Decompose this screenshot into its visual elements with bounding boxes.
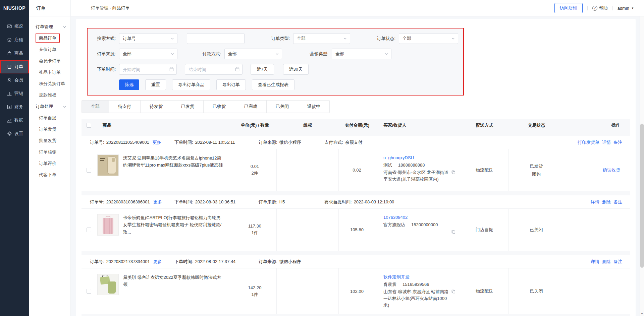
- marketing-type-select[interactable]: 全部: [332, 49, 391, 59]
- visit-shop-button[interactable]: 访问店铺: [554, 3, 583, 13]
- buyer-link[interactable]: 1076308402: [383, 215, 408, 220]
- tab-refunding[interactable]: 退款中: [298, 101, 329, 113]
- last-30-days-button[interactable]: 近30天: [283, 64, 309, 75]
- copy-address-icon[interactable]: [451, 289, 456, 294]
- order-group: 订单号: 202208021721381001 更多 下单时间: 2022-08…: [82, 314, 630, 316]
- submenu-item-order-pickup[interactable]: 订单自提: [29, 112, 70, 124]
- search-method-select[interactable]: 订单号: [119, 33, 177, 44]
- submenu-item-member-card-orders[interactable]: 会员卡订单: [29, 55, 70, 67]
- order-type-label: 订单类型:: [266, 36, 290, 42]
- submenu-item-points-exchange-orders[interactable]: 积分兑换订单: [29, 78, 70, 89]
- tab-closed[interactable]: 已关闭: [267, 101, 298, 113]
- submenu-item-gift-card-orders[interactable]: 礼品卡订单: [29, 67, 70, 78]
- confirm-receipt-link[interactable]: 确认收货: [603, 167, 620, 173]
- reset-button[interactable]: 重置: [145, 79, 166, 90]
- finance-icon: [7, 104, 12, 110]
- submenu-item-proxy-order[interactable]: 代客下单: [29, 169, 70, 181]
- sidebar-item-settings[interactable]: 设置: [0, 127, 29, 140]
- order-source-label: 订单来源:: [259, 259, 277, 265]
- topbar-right: 访问店铺 ? 帮助 admin ▼: [554, 3, 634, 13]
- scrollbar-thumb[interactable]: [640, 124, 644, 268]
- detail-link[interactable]: 详情: [591, 199, 599, 205]
- more-link[interactable]: 更多: [153, 199, 162, 205]
- submenu-item-order-reviews[interactable]: 订单评价: [29, 158, 70, 169]
- remark-link[interactable]: 备注: [613, 199, 622, 205]
- sidebar-item-data[interactable]: 数据: [0, 114, 29, 127]
- order-source-select[interactable]: 全部: [119, 49, 177, 59]
- settings-icon: [7, 131, 12, 136]
- buyer-link[interactable]: u_ghnoqxyDSU: [383, 155, 414, 160]
- receiver-phone: 18888888888: [398, 162, 425, 169]
- tab-pending-shipment[interactable]: 待发货: [141, 101, 172, 113]
- copy-address-icon[interactable]: [451, 230, 456, 234]
- sidebar-item-shop[interactable]: 店铺: [0, 33, 29, 47]
- order-type-select[interactable]: 全部: [293, 33, 350, 44]
- paid-amount: 102.00: [339, 268, 375, 314]
- order-status-select[interactable]: 全部: [399, 33, 458, 44]
- export-order-button[interactable]: 导出订单: [216, 79, 246, 90]
- order-checkbox[interactable]: [87, 228, 91, 232]
- last-7-days-button[interactable]: 近7天: [251, 64, 274, 75]
- delete-link[interactable]: 删除: [602, 259, 611, 265]
- trade-status-tag: 团购: [532, 171, 541, 177]
- detail-link[interactable]: 详情: [602, 139, 611, 145]
- select-all-checkbox[interactable]: [87, 123, 91, 128]
- remark-link[interactable]: 备注: [613, 139, 622, 145]
- copy-address-icon[interactable]: [451, 170, 456, 175]
- delete-link[interactable]: 删除: [602, 199, 611, 205]
- export-order-goods-button[interactable]: 导出订单商品: [172, 79, 210, 90]
- order-row: 沃艾尼 适用苹果13手机壳艺术名画复古iphone12简约潮牌奢华11pro m…: [82, 149, 630, 191]
- view-reports-button[interactable]: 查看已生成报表: [252, 79, 294, 90]
- sidebar-item-label: 店铺: [14, 37, 23, 43]
- end-time-input[interactable]: [185, 64, 243, 75]
- submenu-group-order-processing[interactable]: 订单处理: [29, 101, 70, 112]
- user-menu[interactable]: admin ▼: [618, 6, 634, 11]
- submenu-item-batch-shipping[interactable]: 批量发货: [29, 135, 70, 146]
- order-source-value: 微信小程序: [279, 259, 301, 265]
- sidebar-item-members[interactable]: 会员: [0, 73, 29, 87]
- submenu-item-recharge-orders[interactable]: 充值订单: [29, 44, 70, 55]
- chevron-down-icon: [384, 52, 388, 56]
- more-link[interactable]: 更多: [153, 139, 161, 145]
- keyword-input[interactable]: [187, 33, 245, 44]
- tab-completed[interactable]: 已完成: [235, 101, 267, 113]
- sidebar-item-marketing[interactable]: 营销: [0, 87, 29, 100]
- sidebar-item-goods[interactable]: 商品: [0, 47, 29, 60]
- sidebar-item-label: 会员: [14, 77, 23, 83]
- scrollbar[interactable]: ▼: [640, 16, 644, 316]
- refund-cell: [277, 209, 339, 251]
- submenu-item-refund-rights[interactable]: 退款维权: [29, 89, 70, 101]
- remark-link[interactable]: 备注: [613, 259, 622, 265]
- tab-received[interactable]: 已收货: [204, 101, 235, 113]
- start-time-input[interactable]: [119, 64, 177, 75]
- detail-link[interactable]: 详情: [591, 259, 599, 265]
- tab-pending-payment[interactable]: 待支付: [109, 101, 141, 113]
- more-link[interactable]: 更多: [153, 259, 162, 265]
- pay-method-select[interactable]: 全部: [224, 49, 282, 59]
- order-header: 订单号: 202208111055409001 更多 下单时间: 2022-08…: [82, 136, 630, 149]
- sidebar-item-label: 商品: [14, 50, 23, 56]
- buyer-link[interactable]: 软件定制开发: [383, 274, 410, 279]
- tab-all[interactable]: 全部: [82, 101, 109, 113]
- sidebar-item-orders[interactable]: 订单: [0, 60, 29, 73]
- divider: [612, 6, 613, 10]
- order-time-label: 下单时间:: [174, 139, 193, 145]
- submenu-item-order-shipping[interactable]: 订单发货: [29, 124, 70, 135]
- order-time-label: 下单时间:: [174, 259, 193, 265]
- order-checkbox[interactable]: [87, 168, 91, 173]
- filter-button[interactable]: 筛选: [119, 79, 139, 90]
- product-image: [97, 214, 119, 236]
- print-shipping-link[interactable]: 打印发货单: [578, 139, 599, 145]
- order-time-label: 下单时间:: [92, 66, 116, 72]
- sidebar-item-overview[interactable]: 概况: [0, 20, 29, 33]
- submenu-item-order-verification[interactable]: 订单核销: [29, 146, 70, 158]
- help-button[interactable]: ? 帮助: [592, 5, 608, 11]
- submenu-item-goods-orders[interactable]: 商品订单: [29, 33, 70, 44]
- order-checkbox[interactable]: [87, 289, 91, 294]
- scroll-down-arrow[interactable]: ▼: [640, 312, 644, 315]
- breadcrumb-separator: -: [110, 5, 111, 10]
- sidebar-item-finance[interactable]: 财务: [0, 100, 29, 114]
- submenu-group-order-manage[interactable]: 订单管理: [29, 21, 70, 33]
- tab-shipped[interactable]: 已发货: [172, 101, 204, 113]
- secondary-nav: 订单管理 商品订单 充值订单 会员卡订单 礼品卡订单 积分兑换订单 退款维权 订…: [29, 16, 70, 181]
